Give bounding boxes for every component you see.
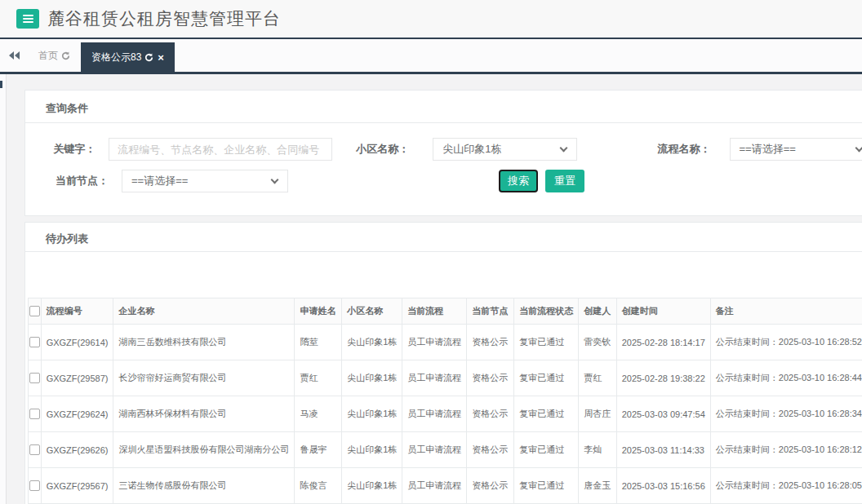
- cell-community: 尖山印象1栋: [342, 360, 402, 396]
- cell-remark: 公示结束时间：2025-03-10 16:28:34: [710, 396, 862, 432]
- column-header-community: 小区名称: [342, 298, 402, 325]
- table-row: GXGZF(29626) 深圳火星语盟科技股份有限公司湖南分公司 鲁晟宇 尖山印…: [29, 432, 862, 468]
- cell-company: 湖南三岳数维科技有限公司: [113, 325, 295, 360]
- row-checkbox[interactable]: [29, 480, 40, 491]
- community-select-value: 尖山印象1栋: [442, 143, 501, 155]
- cell-remark: 公示结束时间：2025-03-10 16:28:12: [710, 432, 862, 468]
- sidebar-toggle-button[interactable]: [16, 9, 39, 29]
- cell-current-flow: 员工申请流程: [402, 396, 467, 432]
- tab-qualification-publicity[interactable]: 资格公示83 ×: [81, 42, 175, 72]
- select-all-checkbox[interactable]: [29, 306, 40, 316]
- process-label: 流程名称：: [626, 142, 717, 157]
- column-header-applicant: 申请姓名: [295, 298, 342, 325]
- left-arrow-icon: [9, 51, 14, 60]
- cell-flow-status: 复审已通过: [514, 468, 579, 504]
- tab-qualification-label: 资格公示83: [91, 51, 141, 64]
- app-root: 麓谷租赁公租房智慧管理平台 首页 资格公示83 × 查询条件: [0, 0, 862, 504]
- column-header-create-time: 创建时间: [616, 298, 710, 325]
- cell-community: 尖山印象1栋: [342, 325, 402, 360]
- cell-current-flow: 员工申请流程: [402, 325, 467, 360]
- todo-table: 流程编号 企业名称 申请姓名 小区名称 当前流程 当前节点 当前流程状态 创建人…: [28, 298, 862, 504]
- cell-remark: 公示结束时间：2025-03-10 16:28:05: [710, 468, 862, 504]
- community-select[interactable]: 尖山印象1栋: [433, 138, 577, 161]
- cell-current-node: 资格公示: [467, 325, 514, 360]
- collapsed-sidebar: [0, 74, 7, 504]
- table-row: GXGZF(29567) 三诺生物传感股份有限公司 陈俊言 尖山印象1栋 员工申…: [29, 468, 862, 504]
- cell-community: 尖山印象1栋: [342, 396, 402, 432]
- cell-applicant: 隋荎: [295, 325, 342, 360]
- query-panel-body: 关键字： 小区名称： 尖山印象1栋 流程名称： ==请选择== 当前节点：: [25, 123, 862, 192]
- row-checkbox[interactable]: [29, 337, 40, 347]
- tab-bar: 首页 资格公示83 ×: [0, 39, 862, 74]
- cell-applicant: 马凌: [295, 396, 342, 432]
- node-select-value: ==请选择==: [131, 175, 188, 187]
- row-checkbox[interactable]: [29, 409, 40, 419]
- refresh-icon[interactable]: [144, 53, 153, 62]
- column-header-process-no: 流程编号: [41, 298, 113, 325]
- cell-current-node: 资格公示: [467, 432, 514, 468]
- cell-creator: 周杏庄: [579, 396, 616, 432]
- cell-community: 尖山印象1栋: [342, 468, 402, 504]
- cell-applicant: 陈俊言: [295, 468, 342, 504]
- cell-company: 深圳火星语盟科技股份有限公司湖南分公司: [113, 432, 295, 468]
- cell-applicant: 贾红: [295, 360, 342, 396]
- cell-create-time: 2025-03-03 15:16:56: [616, 468, 710, 504]
- collapse-tabs-icon[interactable]: [0, 39, 28, 72]
- table-row: GXGZF(29624) 湖南西林环保材料有限公司 马凌 尖山印象1栋 员工申请…: [29, 396, 862, 432]
- keyword-input[interactable]: [109, 138, 332, 161]
- table-header-row: 流程编号 企业名称 申请姓名 小区名称 当前流程 当前节点 当前流程状态 创建人…: [29, 298, 862, 325]
- query-form-row-1: 关键字： 小区名称： 尖山印象1栋 流程名称： ==请选择==: [25, 138, 862, 161]
- search-button[interactable]: 搜索: [499, 170, 538, 192]
- table-row: GXGZF(29614) 湖南三岳数维科技有限公司 隋荎 尖山印象1栋 员工申请…: [29, 325, 862, 360]
- keyword-label: 关键字：: [25, 142, 102, 157]
- cell-creator: 雷奕钦: [579, 325, 616, 360]
- todo-panel: 待办列表 流程编号 企业名称 申请姓名 小区名称: [24, 222, 862, 504]
- table-row: GXGZF(29587) 长沙帘帘好运商贸有限公司 贾红 尖山印象1栋 员工申请…: [29, 360, 862, 396]
- column-header-creator: 创建人: [579, 298, 616, 325]
- cell-process-no: GXGZF(29624): [41, 396, 113, 432]
- query-panel-title: 查询条件: [25, 91, 862, 123]
- query-panel: 查询条件 关键字： 小区名称： 尖山印象1栋 流程名称： ==请选择==: [24, 90, 862, 216]
- cell-creator: 贾红: [579, 360, 616, 396]
- cell-process-no: GXGZF(29614): [41, 325, 113, 360]
- todo-panel-body: 流程编号 企业名称 申请姓名 小区名称 当前流程 当前节点 当前流程状态 创建人…: [25, 252, 862, 504]
- process-select-value: ==请选择==: [740, 143, 796, 155]
- app-title: 麓谷租赁公租房智慧管理平台: [47, 7, 281, 30]
- cell-community: 尖山印象1栋: [342, 432, 402, 468]
- cell-flow-status: 复审已通过: [514, 360, 579, 396]
- node-label: 当前节点：: [25, 174, 115, 188]
- column-header-current-node: 当前节点: [467, 298, 514, 325]
- cell-flow-status: 复审已通过: [514, 325, 579, 360]
- cell-applicant: 鲁晟宇: [295, 432, 342, 468]
- cell-current-flow: 员工申请流程: [402, 468, 467, 504]
- content-area: 查询条件 关键字： 小区名称： 尖山印象1栋 流程名称： ==请选择==: [0, 74, 862, 504]
- tab-home[interactable]: 首页: [28, 39, 81, 72]
- cell-current-flow: 员工申请流程: [402, 360, 467, 396]
- column-header-flow-status: 当前流程状态: [514, 298, 579, 325]
- cell-current-flow: 员工申请流程: [402, 432, 467, 468]
- cell-process-no: GXGZF(29587): [41, 360, 113, 396]
- cell-remark: 公示结束时间：2025-03-10 16:28:44: [710, 360, 862, 396]
- cell-create-time: 2025-03-03 11:14:33: [616, 432, 710, 468]
- node-select[interactable]: ==请选择==: [122, 170, 288, 192]
- reset-button[interactable]: 重置: [545, 170, 584, 192]
- cell-remark: 公示结束时间：2025-03-10 16:28:52: [710, 325, 862, 360]
- row-checkbox[interactable]: [29, 373, 40, 383]
- process-select[interactable]: ==请选择==: [730, 138, 862, 161]
- close-icon[interactable]: ×: [158, 52, 164, 63]
- todo-panel-title: 待办列表: [25, 223, 862, 252]
- todo-table-body: GXGZF(29614) 湖南三岳数维科技有限公司 隋荎 尖山印象1栋 员工申请…: [29, 325, 862, 504]
- cell-current-node: 资格公示: [467, 468, 514, 504]
- cell-creator: 李灿: [579, 432, 616, 468]
- column-header-current-flow: 当前流程: [402, 298, 467, 325]
- cell-create-time: 2025-02-28 19:38:22: [616, 360, 710, 396]
- cell-current-node: 资格公示: [467, 360, 514, 396]
- query-form-row-2: 当前节点： ==请选择== 搜索 重置: [25, 170, 862, 192]
- tab-home-label: 首页: [38, 49, 58, 63]
- community-label: 小区名称：: [332, 142, 415, 157]
- cell-create-time: 2025-02-28 18:14:17: [616, 325, 710, 360]
- cell-current-node: 资格公示: [467, 396, 514, 432]
- cell-create-time: 2025-03-03 09:47:54: [616, 396, 710, 432]
- refresh-icon[interactable]: [61, 51, 70, 60]
- row-checkbox[interactable]: [29, 444, 40, 455]
